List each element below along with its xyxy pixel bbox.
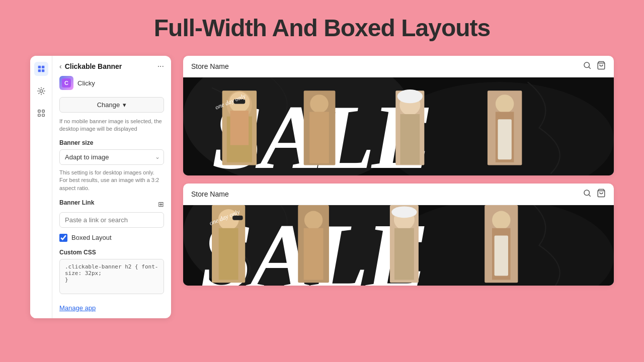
banner-link-input[interactable] bbox=[59, 212, 164, 228]
search-icon-2[interactable] bbox=[583, 189, 592, 200]
cart-icon[interactable] bbox=[597, 61, 606, 72]
app-name: Clicky bbox=[77, 79, 95, 87]
banner-size-hint: This setting is for desktop images only.… bbox=[59, 169, 164, 192]
svg-point-48 bbox=[391, 206, 417, 218]
boxed-layout-checkbox[interactable] bbox=[59, 234, 67, 242]
header-icons-2 bbox=[583, 189, 606, 200]
search-icon[interactable] bbox=[583, 61, 592, 72]
panel-header-left: ‹ Clickable Banner bbox=[59, 62, 122, 70]
sidebar-icon-apps[interactable] bbox=[34, 106, 48, 120]
main-content: ‹ Clickable Banner ··· bbox=[0, 56, 644, 318]
preview-header-2: Store Name bbox=[183, 184, 614, 205]
panel-title: Clickable Banner bbox=[65, 62, 122, 70]
preview-header-1: Store Name bbox=[183, 56, 614, 77]
svg-text:C: C bbox=[64, 80, 68, 86]
sale-banner-svg-2: SALE bbox=[183, 205, 614, 286]
svg-point-23 bbox=[310, 95, 329, 113]
header-icons-1 bbox=[583, 61, 606, 72]
cart-icon-2[interactable] bbox=[597, 189, 606, 200]
sidebar-icon-settings[interactable] bbox=[34, 84, 48, 98]
sale-banner-svg-1: SALE bbox=[183, 77, 614, 175]
svg-rect-6 bbox=[42, 110, 44, 113]
banner-size-label: Banner size bbox=[59, 139, 164, 146]
svg-point-44 bbox=[304, 211, 323, 230]
svg-rect-41 bbox=[219, 228, 238, 280]
svg-rect-7 bbox=[38, 114, 40, 117]
svg-point-4 bbox=[40, 89, 42, 92]
svg-rect-53 bbox=[495, 236, 508, 276]
custom-css-label: Custom CSS bbox=[59, 249, 164, 256]
banner-size-wrapper: Adapt to image Fixed height Full screen … bbox=[59, 149, 164, 165]
app-icon: C bbox=[59, 76, 73, 90]
preview-card-fullwidth: Store Name bbox=[183, 56, 614, 175]
sidebar-icon-grid[interactable] bbox=[34, 62, 48, 76]
custom-css-textarea[interactable]: .clickable-banner h2 { font-size: 32px; … bbox=[59, 259, 164, 294]
svg-point-30 bbox=[496, 95, 514, 113]
svg-rect-2 bbox=[38, 69, 40, 72]
page-title: Full-Width And Boxed Layouts bbox=[154, 14, 490, 42]
boxed-layout-label: Boxed Layout bbox=[71, 234, 112, 241]
svg-rect-1 bbox=[41, 66, 44, 68]
svg-point-28 bbox=[397, 89, 423, 103]
manage-app-link[interactable]: Manage app bbox=[59, 304, 96, 312]
preview-banner-1: SALE bbox=[183, 77, 614, 175]
svg-rect-20 bbox=[230, 111, 249, 145]
svg-point-34 bbox=[584, 190, 590, 196]
banner-link-label: Banner Link bbox=[59, 199, 94, 206]
change-button[interactable]: Change ▾ bbox=[59, 97, 164, 113]
mobile-hint: If no mobile banner image is selected, t… bbox=[59, 118, 164, 133]
preview-panel: Store Name bbox=[183, 56, 614, 286]
back-button[interactable]: ‹ bbox=[59, 62, 62, 70]
svg-rect-27 bbox=[400, 114, 420, 164]
svg-rect-45 bbox=[304, 228, 324, 280]
banner-size-select[interactable]: Adapt to image Fixed height Full screen bbox=[59, 149, 164, 165]
boxed-layout-row: Boxed Layout bbox=[59, 234, 164, 242]
sidebar-icons bbox=[30, 56, 52, 318]
svg-rect-0 bbox=[38, 66, 40, 68]
svg-point-11 bbox=[584, 62, 590, 68]
editor-panel: ‹ Clickable Banner ··· bbox=[30, 56, 171, 318]
store-name-2: Store Name bbox=[191, 190, 229, 198]
panel-header: ‹ Clickable Banner ··· bbox=[59, 62, 164, 71]
link-icon: ⊞ bbox=[158, 200, 164, 208]
svg-rect-8 bbox=[42, 114, 44, 117]
store-name-1: Store Name bbox=[191, 62, 229, 70]
svg-rect-24 bbox=[309, 112, 329, 163]
app-row: C Clicky bbox=[59, 76, 164, 90]
banner-link-row: Banner Link ⊞ bbox=[59, 199, 164, 209]
svg-point-51 bbox=[492, 211, 511, 230]
svg-rect-49 bbox=[394, 228, 414, 280]
preview-card-boxed: Store Name bbox=[183, 184, 614, 286]
svg-rect-3 bbox=[41, 69, 44, 72]
panel-content: ‹ Clickable Banner ··· bbox=[52, 56, 171, 318]
svg-rect-5 bbox=[38, 110, 40, 113]
preview-banner-2: SALE bbox=[183, 205, 614, 286]
dots-menu-button[interactable]: ··· bbox=[157, 62, 164, 71]
svg-rect-32 bbox=[498, 119, 511, 159]
